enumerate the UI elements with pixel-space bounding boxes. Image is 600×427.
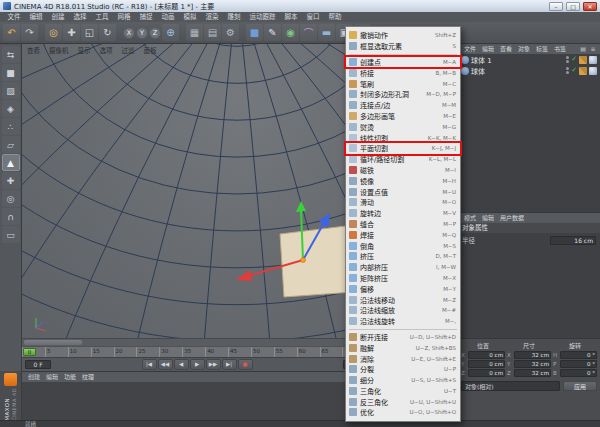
undo-icon[interactable]: ↶ [3,24,20,41]
points-mode-icon[interactable]: ∴ [2,118,20,135]
menubar-item[interactable]: 选择 [69,12,91,22]
coordinate-input[interactable]: 0 ° [560,369,597,377]
next-frame-button[interactable]: ▶▶ [206,359,221,370]
context-menu-item[interactable]: 连接点/边 M~M [346,100,460,111]
menubar-item[interactable]: 帮助 [324,12,346,22]
subdivision-surface-icon[interactable]: ◉ [282,24,299,41]
menubar-item[interactable]: 编辑 [25,12,47,22]
record-button[interactable]: ● [238,359,253,370]
panel-menu-item[interactable]: 标签 [533,44,551,54]
texture-mode-icon[interactable]: ▨ [2,82,20,99]
viewport-solo-icon[interactable]: ◎ [2,190,20,207]
coordinate-input[interactable]: 0 ° [560,360,597,368]
x-axis-lock-icon[interactable]: X [123,27,135,39]
timeline-tick[interactable]: 20 [114,347,137,357]
context-menu-item[interactable]: 撤销动作 Shift+Z [346,30,460,41]
panel-menu-item[interactable]: 用户数据 [497,213,527,223]
coordinate-input[interactable]: 0 cm [468,360,505,368]
panel-menu-icon[interactable]: ≡ [589,45,597,53]
context-menu-item[interactable]: 循环/路径切割 K~L, M~L [346,154,460,165]
coordinate-input[interactable]: 0 cm [468,369,505,377]
visibility-dots[interactable] [566,67,569,74]
edges-mode-icon[interactable]: ▱ [2,136,20,153]
minimize-button[interactable]: – [549,2,563,11]
timeline-scrubber[interactable]: 0 [23,348,36,356]
panel-layout-icon[interactable]: ▤ [579,45,587,53]
panel-menu-item[interactable]: 书签 [551,44,569,54]
timeline-tick[interactable]: 5 [45,347,68,357]
preview-range-handle[interactable] [24,340,82,345]
timeline-tick[interactable]: 45 [228,347,251,357]
prev-frame-button[interactable]: ◀◀ [158,359,173,370]
context-menu-item[interactable]: 消除 U~E, U~Shift+E [346,353,460,364]
context-menu-item[interactable]: 缝合 M~P [346,219,460,230]
enabled-check-icon[interactable]: ✓ [571,54,577,65]
render-view-icon[interactable]: ▦ [186,24,203,41]
object-row[interactable]: 球体 1 ✓ [458,54,600,65]
context-menu-item[interactable]: 三角化 U~T [346,386,460,397]
menubar-item[interactable]: 雕刻 [223,12,245,22]
timeline-tick[interactable]: 10 [68,347,91,357]
render-picture-viewer-icon[interactable]: ▤ [204,24,221,41]
bend-deformer-icon[interactable]: ⌒ [300,24,317,41]
menubar-item[interactable]: 渲染 [201,12,223,22]
timeline-tick[interactable]: 50 [251,347,274,357]
timeline-tick[interactable]: 25 [136,347,159,357]
context-menu-item[interactable]: 创建点 M~A [346,57,460,68]
axis-origin-handle[interactable] [301,258,306,263]
enabled-check-icon[interactable]: ✓ [571,65,577,76]
workplane-mode-icon[interactable]: ◈ [2,100,20,117]
play-backwards-button[interactable]: ◀ [174,359,189,370]
context-menu-item[interactable]: 细分 U~S, U~Shift+S [346,375,460,386]
add-cube-icon[interactable]: ■ [246,24,263,41]
context-menu-item[interactable]: 融解 U~Z, Shift+BS [346,342,460,353]
floor-icon[interactable]: ▬ [318,24,335,41]
context-menu-item[interactable]: 设置点值 M~U [346,186,460,197]
coordinate-input[interactable]: 0 cm [468,351,505,359]
context-menu-item[interactable]: 旋转边 M~V [346,208,460,219]
enable-axis-icon[interactable]: ✚ [2,172,20,189]
phong-tag-icon[interactable] [589,56,597,64]
goto-end-button[interactable]: ▶| [222,359,237,370]
toolbar-icon[interactable] [240,24,245,41]
goto-start-button[interactable]: |◀ [142,359,157,370]
title-bar[interactable]: CINEMA 4D R18.011 Studio (RC - R18) - [未… [0,0,600,12]
panel-menu-item[interactable]: 纹理 [79,372,97,382]
context-menu-item[interactable]: 笔刷 M~C [346,78,460,89]
toolbar-icon[interactable] [39,24,44,41]
panel-menu-item[interactable]: 对象 [515,44,533,54]
model-mode-icon[interactable]: ■ [2,64,20,81]
context-menu-item[interactable]: 内部挤压 I, M~W [346,262,460,273]
uvw-tag-icon[interactable] [579,56,587,64]
context-menu-item[interactable]: 镜像 M~H [346,175,460,186]
context-menu-item[interactable]: 滑动 M~O [346,197,460,208]
close-button[interactable]: ✕ [583,2,597,11]
panel-menu-item[interactable]: 创建 [25,372,43,382]
context-menu-item[interactable]: 沿法线旋转 M~, [346,316,460,327]
coordinate-input[interactable]: 0 ° [560,351,597,359]
panel-menu-item[interactable]: 功能 [61,372,79,382]
context-menu-item[interactable]: 优化 U~O, U~Shift+O [346,407,460,418]
coordinate-input[interactable]: 32 cm [514,369,551,377]
context-menu-item[interactable]: 偏移 M~Y [346,283,460,294]
play-button[interactable]: ▶ [190,359,205,370]
viewport-menu-item[interactable]: 选项 [100,45,113,55]
z-axis-lock-icon[interactable]: Z [149,27,161,39]
toolbar-icon[interactable] [180,24,185,41]
panel-menu-item[interactable]: 文件 [461,44,479,54]
menubar-item[interactable]: 模拟 [179,12,201,22]
panel-menu-item[interactable]: 编辑 [43,372,61,382]
context-menu-item[interactable]: 线性切割 K~K, M~K [346,132,460,143]
polygons-mode-icon[interactable]: ▲ [2,154,20,171]
context-menu-item[interactable]: 分裂 U~P [346,364,460,375]
context-menu-item[interactable]: 焊接 M~Q [346,229,460,240]
context-menu-item[interactable]: 反三角化 U~U, U~Shift+U [346,396,460,407]
live-selection-icon[interactable]: ◎ [45,24,62,41]
context-menu-item[interactable]: 框显选取元素 S [346,41,460,52]
coordinate-input[interactable]: 32 cm [514,351,551,359]
viewport-menu-item[interactable]: 过滤 [122,45,135,55]
timeline-tick[interactable]: 60 [297,347,320,357]
redo-icon[interactable]: ↷ [21,24,38,41]
viewport-menu-item[interactable]: 显示 [78,45,91,55]
timeline-tick[interactable]: 15 [91,347,114,357]
